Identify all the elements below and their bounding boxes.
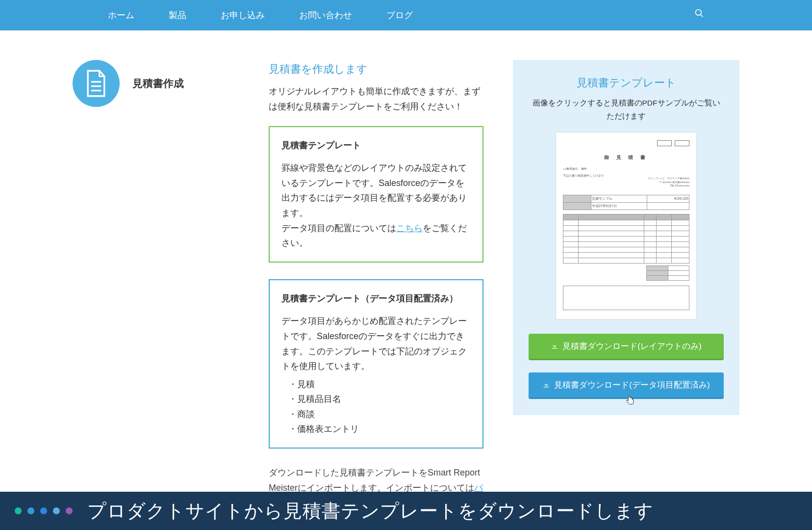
nav-link-contact[interactable]: お問い合わせ	[299, 8, 352, 23]
main-heading: 見積書を作成します	[269, 60, 483, 78]
svg-line-1	[701, 14, 703, 17]
nav-link-products[interactable]: 製品	[169, 8, 186, 23]
list-item: 価格表エントリ	[288, 422, 471, 437]
template-card-with-data: 見積書テンプレート（データ項目配置済み） データ項目があらかじめ配置されたテンプ…	[269, 279, 483, 449]
dot-icon	[15, 507, 22, 514]
document-icon	[73, 60, 120, 107]
template-sidebar: 見積書テンプレート 画像をクリックすると見積書のPDFサンプルがご覧いただけます…	[513, 60, 739, 415]
nav-links: ホーム 製品 お申し込み お問い合わせ ブログ	[108, 8, 413, 23]
dot-icon	[66, 507, 73, 514]
card-body-text: データ項目の配置については	[281, 223, 396, 233]
page-title: 見積書作成	[132, 75, 184, 92]
banner-dots	[15, 507, 73, 514]
main-content: 見積書を作成します オリジナルレイアウトも簡単に作成できますが、まずは便利な見積…	[269, 60, 483, 530]
sidebar-sub: 画像をクリックすると見積書のPDFサンプルがご覧いただけます	[529, 97, 724, 123]
data-placement-link[interactable]: こちら	[396, 223, 423, 233]
svg-point-0	[696, 9, 702, 15]
download-with-data-button[interactable]: 見積書ダウンロード(データ項目配置済み)	[529, 372, 724, 398]
card-title: 見積書テンプレート	[281, 138, 471, 153]
button-label: 見積書ダウンロード(レイアウトのみ)	[562, 342, 701, 351]
top-nav: ホーム 製品 お申し込み お問い合わせ ブログ	[0, 0, 812, 30]
main-lead: オリジナルレイアウトも簡単に作成できますが、まずは便利な見積書テンプレートをご利…	[269, 84, 483, 114]
quote-pdf-sample[interactable]: 御 見 積 書 ++株式会社 御中 下記の通り御見積申し上げます スタッフレシピ…	[556, 132, 696, 319]
list-item: 見積	[288, 377, 471, 392]
search-icon[interactable]	[694, 8, 704, 23]
list-item: 見積品目名	[288, 392, 471, 407]
nav-link-home[interactable]: ホーム	[108, 8, 134, 23]
dot-icon	[53, 507, 60, 514]
sidebar-heading: 見積書テンプレート	[529, 74, 724, 92]
banner-text: プロダクトサイトから見積書テンプレートをダウンロードします	[87, 495, 654, 527]
nav-link-blog[interactable]: ブログ	[386, 8, 413, 23]
dot-icon	[27, 507, 34, 514]
sample-title: 御 見 積 書	[563, 153, 689, 161]
card-title: 見積書テンプレート（データ項目配置済み）	[281, 291, 471, 306]
download-layout-only-button[interactable]: 見積書ダウンロード(レイアウトのみ)	[529, 334, 724, 359]
card-body-text: データ項目があらかじめ配置されたテンプレートです。Salesforceのデータを…	[281, 316, 467, 371]
object-list: 見積 見積品目名 商談 価格表エントリ	[288, 377, 471, 437]
footer-banner: プロダクトサイトから見積書テンプレートをダウンロードします	[0, 492, 812, 530]
template-card-layout-only: 見積書テンプレート 罫線や背景色などのレイアウトのみ設定されているテンプレートで…	[269, 126, 483, 263]
list-item: 商談	[288, 407, 471, 422]
text: ダウンロードした見積書テンプレートをSmart Report Meisterにイ…	[269, 468, 480, 493]
button-label: 見積書ダウンロード(データ項目配置済み)	[554, 380, 710, 390]
cursor-hand-icon	[626, 395, 635, 407]
left-column: 見積書作成	[73, 60, 239, 530]
card-body-text: 罫線や背景色などのレイアウトのみ設定されているテンプレートです。Salesfor…	[281, 163, 467, 218]
dot-icon	[40, 507, 47, 514]
nav-link-apply[interactable]: お申し込み	[221, 8, 265, 23]
